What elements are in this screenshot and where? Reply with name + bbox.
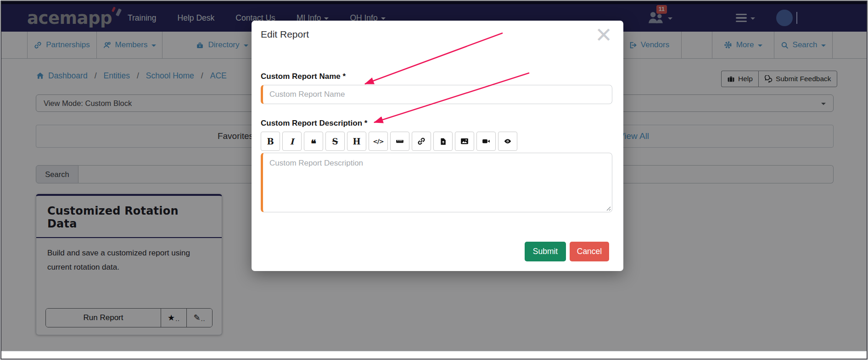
custom-report-description-textarea[interactable] xyxy=(261,153,612,212)
link-icon xyxy=(417,137,426,145)
close-icon[interactable]: ✕ xyxy=(595,21,612,50)
italic-button[interactable]: I xyxy=(282,132,302,151)
horizontal-rule-button[interactable] xyxy=(390,132,409,151)
file-upload-icon xyxy=(439,138,447,145)
description-field-label: Custom Report Description * xyxy=(261,119,367,128)
browser-window: acemapp Training Help Desk Contact Us MI… xyxy=(0,0,868,360)
submit-button[interactable]: Submit xyxy=(525,242,566,261)
code-button[interactable]: </> xyxy=(369,132,388,151)
edit-report-modal: Edit Report ✕ Custom Report Name * Custo… xyxy=(252,21,623,271)
insert-link-button[interactable] xyxy=(412,132,431,151)
app-viewport: acemapp Training Help Desk Contact Us MI… xyxy=(1,1,867,351)
upload-file-button[interactable] xyxy=(433,132,453,151)
preview-button[interactable] xyxy=(498,132,517,151)
image-icon xyxy=(460,137,469,145)
cancel-button[interactable]: Cancel xyxy=(570,242,609,261)
insert-video-button[interactable] xyxy=(476,132,496,151)
heading-button[interactable]: H xyxy=(347,132,366,151)
richtext-toolbar: B I ❝ S H </> xyxy=(261,132,517,151)
strikethrough-button[interactable]: S xyxy=(325,132,345,151)
name-field-label: Custom Report Name * xyxy=(261,72,346,81)
preview-icon xyxy=(504,137,512,145)
video-icon xyxy=(482,137,490,145)
insert-image-button[interactable] xyxy=(455,132,474,151)
modal-title: Edit Report xyxy=(261,29,309,40)
bold-button[interactable]: B xyxy=(261,132,280,151)
custom-report-name-input[interactable] xyxy=(261,85,612,104)
blockquote-button[interactable]: ❝ xyxy=(304,132,323,151)
horizontal-rule-icon xyxy=(396,137,404,145)
